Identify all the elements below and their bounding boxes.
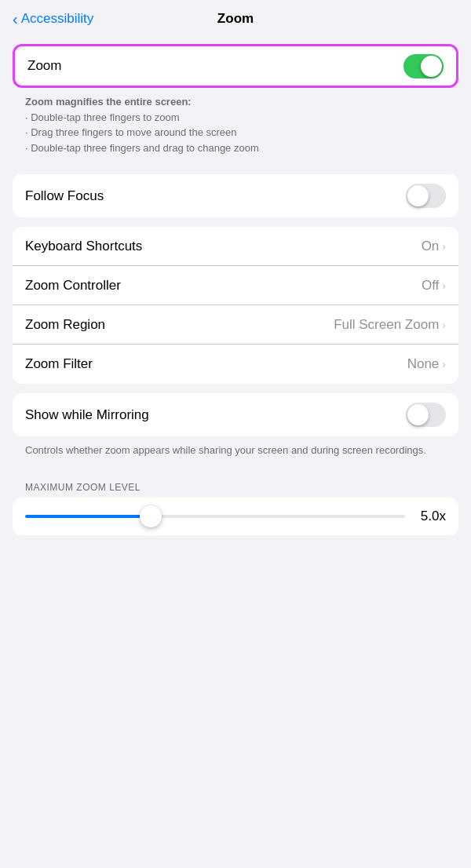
back-button[interactable]: ‹ Accessibility [13, 11, 93, 27]
zoom-description-title: Zoom magnifies the entire screen: [25, 96, 192, 108]
follow-focus-toggle[interactable] [406, 184, 446, 208]
options-card: Keyboard Shortcuts On › Zoom Controller … [13, 227, 458, 384]
slider-fill [25, 515, 151, 518]
zoom-filter-row[interactable]: Zoom Filter None › [13, 345, 458, 384]
keyboard-shortcuts-label: Keyboard Shortcuts [25, 239, 142, 254]
keyboard-shortcuts-value: On [422, 239, 440, 254]
header: ‹ Accessibility Zoom [0, 0, 471, 35]
mirroring-row[interactable]: Show while Mirroring [13, 393, 458, 436]
follow-focus-row[interactable]: Follow Focus [13, 174, 458, 217]
zoom-level-slider-container: 5.0x [13, 498, 458, 535]
zoom-region-value-group: Full Screen Zoom › [334, 317, 446, 333]
zoom-desc-item-1: Double-tap three fingers to zoom [25, 110, 446, 126]
mirroring-card: Show while Mirroring [13, 393, 458, 436]
slider-value: 5.0x [414, 509, 446, 524]
zoom-description-list: Double-tap three fingers to zoom Drag th… [25, 110, 446, 156]
zoom-filter-value: None [407, 356, 440, 372]
zoom-controller-value-group: Off › [422, 278, 446, 294]
page-title: Zoom [217, 11, 254, 27]
zoom-toggle-row[interactable]: Zoom [13, 44, 458, 88]
zoom-description: Zoom magnifies the entire screen: Double… [13, 88, 458, 165]
zoom-controller-label: Zoom Controller [25, 278, 121, 294]
zoom-filter-label: Zoom Filter [25, 356, 93, 372]
slider-thumb[interactable] [140, 505, 162, 527]
chevron-right-icon-2: › [442, 279, 446, 292]
options-section: Keyboard Shortcuts On › Zoom Controller … [13, 227, 458, 384]
mirroring-section: Show while Mirroring Controls whether zo… [13, 393, 458, 468]
follow-focus-toggle-knob [407, 185, 429, 206]
zoom-filter-value-group: None › [407, 356, 446, 372]
chevron-right-icon-3: › [442, 319, 446, 331]
follow-focus-label: Follow Focus [25, 188, 104, 204]
zoom-controller-value: Off [422, 278, 439, 294]
zoom-label: Zoom [27, 58, 61, 74]
chevron-right-icon-4: › [442, 358, 446, 370]
slider-track [25, 515, 405, 518]
zoom-region-row[interactable]: Zoom Region Full Screen Zoom › [13, 305, 458, 345]
mirroring-toggle[interactable] [406, 403, 446, 427]
zoom-level-section: Maximum Zoom Level 5.0x [13, 477, 458, 535]
zoom-region-value: Full Screen Zoom [334, 317, 439, 333]
zoom-controller-row[interactable]: Zoom Controller Off › [13, 266, 458, 305]
mirroring-label: Show while Mirroring [25, 407, 149, 423]
zoom-section: Zoom Zoom magnifies the entire screen: D… [13, 44, 458, 165]
zoom-toggle[interactable] [403, 54, 444, 78]
back-label: Accessibility [21, 11, 94, 27]
follow-focus-section: Follow Focus [13, 174, 458, 217]
toggle-knob [421, 56, 442, 77]
zoom-desc-item-2: Drag three fingers to move around the sc… [25, 125, 446, 140]
slider-wrapper[interactable] [25, 509, 405, 524]
mirroring-toggle-knob [407, 404, 429, 425]
chevron-right-icon: › [442, 240, 446, 253]
keyboard-shortcuts-value-group: On › [422, 239, 446, 254]
zoom-level-header: Maximum Zoom Level [13, 477, 458, 498]
zoom-desc-item-3: Double-tap three fingers and drag to cha… [25, 140, 446, 156]
zoom-region-label: Zoom Region [25, 317, 105, 333]
mirroring-description: Controls whether zoom appears while shar… [13, 436, 458, 468]
follow-focus-card: Follow Focus [13, 174, 458, 217]
keyboard-shortcuts-row[interactable]: Keyboard Shortcuts On › [13, 227, 458, 266]
chevron-left-icon: ‹ [13, 11, 18, 27]
